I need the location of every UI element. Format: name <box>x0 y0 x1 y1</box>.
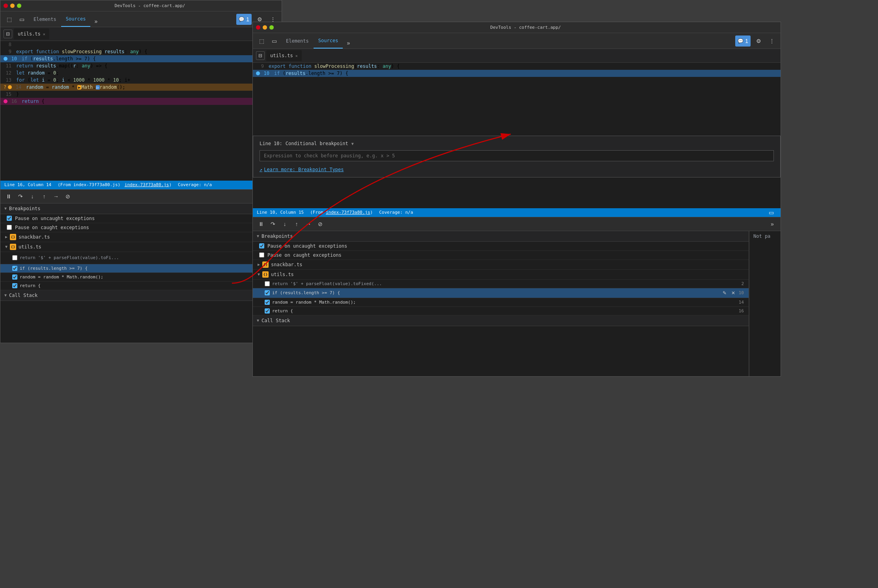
breakpoints-collapse-arrow-right: ▼ <box>257 234 259 238</box>
right-maximize-btn[interactable] <box>269 25 274 30</box>
toggle-coverage-btn[interactable]: ▭ <box>766 207 777 218</box>
right-toolbar-right: 💬 1 ⚙ ⋮ <box>735 35 777 47</box>
tab-elements-left[interactable]: Elements <box>29 11 61 27</box>
bp-item-2-delete-right[interactable]: ✕ <box>730 290 736 296</box>
left-maximize-btn[interactable] <box>17 4 21 8</box>
device-toggle-btn[interactable]: ▭ <box>16 14 27 25</box>
bp-item-3-left[interactable]: random = random * Math.random(); 14 <box>0 273 282 282</box>
right-tab-bar: Elements Sources » <box>281 33 734 49</box>
step-over-btn-right[interactable]: ↷ <box>268 219 278 229</box>
continue-btn-right[interactable]: → <box>303 219 314 229</box>
tab-elements-right[interactable]: Elements <box>281 33 314 49</box>
breakpoints-section-header-left[interactable]: ▼ Breakpoints <box>0 203 282 214</box>
file-tab-close-left[interactable]: ✕ <box>43 32 45 36</box>
step-into-btn-left[interactable]: ↓ <box>27 191 37 202</box>
right-debug-toolbar: ⏸ ↷ ↓ ↑ → ⊘ » <box>253 217 781 231</box>
right-bottom-panel: ▼ Breakpoints Pause on uncaught exceptio… <box>253 231 749 377</box>
continue-btn-left[interactable]: → <box>51 191 61 202</box>
breakpoints-collapse-arrow-left: ▼ <box>4 206 7 211</box>
bp-item-1-checkbox-left[interactable] <box>12 255 17 260</box>
left-debug-toolbar: ⏸ ↷ ↓ ↑ → ⊘ <box>0 189 282 203</box>
deactivate-bp-btn-right[interactable]: ⊘ <box>315 219 325 229</box>
bp-item-1-right[interactable]: return '$' + parseFloat(value).toFixed(.… <box>253 280 749 288</box>
left-close-btn[interactable] <box>4 4 8 8</box>
call-stack-section-header-right[interactable]: ▼ Call Stack <box>253 315 749 326</box>
bp-file-snackbar-left[interactable]: ▶ {} snackbar.ts <box>0 232 282 242</box>
snackbar-file-icon-right: {} <box>262 261 269 268</box>
bp-item-4-right[interactable]: return { 16 <box>253 307 749 315</box>
bp-item-3-right[interactable]: random = random * Math.random(); 14 <box>253 298 749 307</box>
bp-item-3-checkbox-left[interactable] <box>12 274 17 280</box>
tab-sources-left[interactable]: Sources <box>61 11 91 27</box>
bp-item-1-checkbox-right[interactable] <box>265 281 270 286</box>
inspect-element-btn-right[interactable]: ⬚ <box>256 35 267 47</box>
bp-item-3-checkbox-right[interactable] <box>265 300 270 305</box>
bp-item-4-checkbox-right[interactable] <box>265 308 270 314</box>
right-devtools-window: DevTools - coffee-cart.app/ ⬚ ▭ Elements… <box>252 22 781 377</box>
pause-caught-checkbox-left[interactable] <box>7 225 12 230</box>
left-minimize-btn[interactable] <box>10 4 15 8</box>
bp-item-2-right[interactable]: if (results.length >= 7) { ✎ ✕ 10 <box>253 288 749 298</box>
left-window-title: DevTools - coffee-cart.app/ <box>21 3 278 8</box>
pause-uncaught-checkbox-right[interactable] <box>259 243 264 248</box>
code-line-15: 15 } <box>0 91 282 98</box>
expand-snackbar-left: ▶ <box>5 235 7 239</box>
right-code-line-10: 10 if (results.length >= 7) { <box>253 70 781 77</box>
more-tabs-btn-left[interactable]: » <box>90 16 101 27</box>
deactivate-bp-btn-left[interactable]: ⊘ <box>63 191 73 202</box>
call-stack-section-header-left[interactable]: ▼ Call Stack <box>0 290 282 301</box>
right-minimize-btn[interactable] <box>263 25 267 30</box>
inspect-element-btn[interactable]: ⬚ <box>4 14 15 25</box>
bp-item-4-checkbox-left[interactable] <box>12 283 17 288</box>
file-tab-close-right[interactable]: ✕ <box>295 54 298 58</box>
file-tab-utils-left[interactable]: utils.ts ✕ <box>14 28 49 39</box>
breakpoints-section-header-right[interactable]: ▼ Breakpoints <box>253 231 749 242</box>
step-over-btn-left[interactable]: ↷ <box>15 191 26 202</box>
settings-btn-right[interactable]: ⚙ <box>753 35 764 47</box>
pause-uncaught-checkbox-left[interactable] <box>7 216 12 221</box>
bp-file-utils-left[interactable]: ▼ {} utils.ts <box>0 242 282 252</box>
bp-item-4-left[interactable]: return { 16 <box>0 282 282 290</box>
device-toggle-btn-right[interactable]: ▭ <box>269 35 280 47</box>
bp-item-2-checkbox-left[interactable] <box>12 266 17 271</box>
bp-item-2-checkbox-right[interactable] <box>265 290 270 295</box>
step-out-btn-left[interactable]: ↑ <box>39 191 49 202</box>
sidebar-toggle-right[interactable]: ⊟ <box>256 51 265 60</box>
expand-debug-btn[interactable]: » <box>767 219 777 229</box>
step-into-btn-right[interactable]: ↓ <box>280 219 290 229</box>
conditional-expression-input[interactable] <box>260 150 774 161</box>
bp-item-2-left[interactable]: if (results.length >= 7) { 10 <box>0 264 282 273</box>
bp-file-utils-right[interactable]: ▼ {} utils.ts <box>253 270 749 280</box>
breakpoint-dot-14 <box>8 85 12 89</box>
pause-caught-checkbox-right[interactable] <box>259 252 264 258</box>
expand-snackbar-right: ▶ <box>258 262 260 267</box>
more-menu-btn-right[interactable]: ⋮ <box>766 35 777 47</box>
right-window-controls <box>256 25 274 30</box>
left-bottom-panel: ▼ Breakpoints Pause on uncaught exceptio… <box>0 203 282 343</box>
pause-resume-btn-right[interactable]: ⏸ <box>256 219 266 229</box>
right-breakpoint-dot-10 <box>256 71 260 75</box>
code-line-9: 9 export function slowProcessing(results… <box>0 48 282 55</box>
bp-file-snackbar-right[interactable]: ▶ {} snackbar.ts <box>253 260 749 270</box>
pause-caught-row-right: Pause on caught exceptions <box>253 251 749 260</box>
right-close-btn[interactable] <box>256 25 260 30</box>
source-link-left[interactable]: index-73f73a80.js <box>125 182 169 187</box>
step-out-btn-right[interactable]: ↑ <box>291 219 302 229</box>
bp-item-1-left[interactable]: return '$' + parseFloat(value).toFi... ✎… <box>0 252 282 264</box>
left-toolbar: ⬚ ▭ Elements Sources » 💬 1 ⚙ ⋮ <box>0 11 282 27</box>
popup-title: Line 10: Conditional breakpoint ▼ <box>260 141 774 146</box>
pause-resume-btn-left[interactable]: ⏸ <box>4 191 14 202</box>
right-window-title: DevTools - coffee-cart.app/ <box>274 25 777 30</box>
popup-dropdown-arrow[interactable]: ▼ <box>351 142 354 146</box>
sidebar-toggle-left[interactable]: ⊟ <box>4 30 12 38</box>
source-link-right[interactable]: index-73f73a80.js <box>326 210 370 215</box>
notifications-btn-right[interactable]: 💬 1 <box>735 35 751 47</box>
more-tabs-btn-right[interactable]: » <box>343 37 354 49</box>
notifications-btn-left[interactable]: 💬 1 <box>236 14 252 25</box>
right-code-area: 9 export function slowProcessing(results… <box>253 63 781 208</box>
tab-sources-right[interactable]: Sources <box>314 33 343 49</box>
bp-item-2-edit-right[interactable]: ✎ <box>721 290 728 296</box>
code-line-11: 11 return results.map((r: any) => { <box>0 62 282 69</box>
left-devtools-window: DevTools - coffee-cart.app/ ⬚ ▭ Elements… <box>0 0 282 343</box>
file-tab-utils-right[interactable]: utils.ts ✕ <box>266 50 302 61</box>
